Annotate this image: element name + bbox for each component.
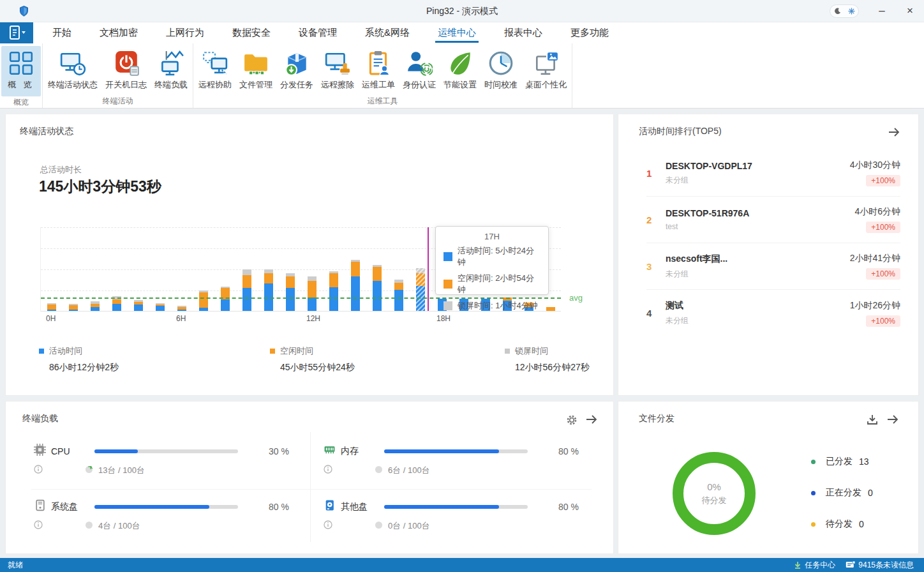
overview-button[interactable]: 概 览 <box>1 46 41 96</box>
bar-segment <box>264 269 273 273</box>
info-icon[interactable] <box>34 520 43 532</box>
load-row-main: 系统盘80 % <box>34 499 302 514</box>
chart-bar-1h[interactable] <box>69 304 78 311</box>
chart-legend-item: 空闲时间45小时55分钟24秒 <box>270 345 355 373</box>
monitor-chart-button[interactable]: 终端负载 <box>151 46 191 92</box>
ribbon-group-label: 终端活动 <box>44 95 191 108</box>
chart-bar-9h[interactable] <box>242 269 251 311</box>
legend-label: 空闲时间 <box>270 345 355 357</box>
chart-bar-12h[interactable] <box>308 276 317 311</box>
ribbon-tab[interactable]: 更多功能 <box>556 22 623 43</box>
close-button[interactable]: × <box>896 0 924 22</box>
terminal-dot-icon <box>375 520 383 532</box>
file-distribution-panel: 文件分发 0% 待分发 已分发13正在分发0待分发0 <box>618 401 919 554</box>
load-label: 系统盘 <box>51 501 88 513</box>
chart-bar-15h[interactable] <box>373 265 382 311</box>
legend-label: 已分发 <box>826 456 853 467</box>
folder-button[interactable]: 文件管理 <box>235 46 276 92</box>
ranking-row[interactable]: 2DESKTOP-51R976Atest4小时6分钟+100% <box>646 197 900 243</box>
terminal-group: test <box>666 222 854 231</box>
chart-bar-11h[interactable] <box>286 273 295 311</box>
dispatch-box-button[interactable]: 分发任务 <box>276 46 317 92</box>
ribbon-tab[interactable]: 开始 <box>38 22 86 43</box>
monitor-clock-button[interactable]: 终端活动状态 <box>44 46 101 92</box>
tooltip-text: 锁屏时间: 1小时4分钟 <box>458 300 538 312</box>
ribbon-tab[interactable]: 系统&网络 <box>351 22 424 43</box>
legend-text: 活动时间 <box>49 345 82 357</box>
power-log-button[interactable]: 开关机日志 <box>101 46 151 92</box>
bar-segment <box>286 273 295 276</box>
terminal-name: DESKTOP-VGDPL17 <box>666 161 850 171</box>
ribbon-tool-label: 桌面个性化 <box>525 79 567 91</box>
chart-bar-13h[interactable] <box>329 271 338 311</box>
chart-bar-0h[interactable] <box>47 303 56 311</box>
remote-assist-button[interactable]: 远程协助 <box>195 46 235 92</box>
chart-bar-23h[interactable] <box>546 307 555 311</box>
chart-bar-2h[interactable] <box>91 301 100 311</box>
bar-segment <box>221 287 230 288</box>
chart-bar-14h[interactable] <box>351 260 360 311</box>
clock-button[interactable]: 时间校准 <box>481 46 521 92</box>
legend-dot <box>811 491 816 495</box>
arrow-right-icon[interactable] <box>886 414 899 427</box>
load-percent: 80 % <box>558 502 579 512</box>
arrow-right-icon[interactable] <box>585 414 598 427</box>
legend-value: 45小时55分钟24秒 <box>280 362 355 373</box>
ribbon-tab[interactable]: 数据安全 <box>218 22 285 43</box>
bar-segment <box>91 301 100 304</box>
chart-bar-7h[interactable] <box>199 290 208 311</box>
dispatch-box-icon <box>283 49 310 78</box>
load-item-系统盘: 系统盘80 %4台 / 100台 <box>34 499 302 532</box>
ribbon-tab[interactable]: 文档加密 <box>86 22 152 43</box>
info-icon[interactable] <box>324 520 332 532</box>
chart-bar-6h[interactable] <box>177 306 186 311</box>
ribbon-tab[interactable]: 上网行为 <box>152 22 218 43</box>
sun-icon <box>848 8 855 15</box>
legend-swatch <box>443 252 452 261</box>
monitor-clock-icon <box>59 49 86 78</box>
delta-badge: +100% <box>866 268 900 280</box>
gear-icon[interactable] <box>566 414 578 428</box>
info-icon[interactable] <box>324 465 332 476</box>
ribbon-tab[interactable]: 报表中心 <box>490 22 556 43</box>
ranking-row[interactable]: 4测试未分组1小时26分钟+100% <box>646 290 900 336</box>
info-icon[interactable] <box>34 465 43 476</box>
unread-messages-button[interactable]: 9415条未读信息 <box>846 560 914 571</box>
chart-bar-5h[interactable] <box>156 303 165 311</box>
chart-bar-17h[interactable] <box>416 268 425 311</box>
panel-title: 终端活动状态 <box>20 126 73 137</box>
delta-badge: +100% <box>866 315 900 327</box>
ribbon-tab[interactable]: 设备管理 <box>285 22 351 43</box>
identity-button[interactable]: 身份认证 <box>399 46 440 92</box>
bar-segment <box>373 267 382 280</box>
chart-bar-4h[interactable] <box>134 300 143 311</box>
bar-segment <box>69 305 78 310</box>
desktop-custom-button[interactable]: 桌面个性化 <box>521 46 570 92</box>
leaf-button[interactable]: 节能设置 <box>440 46 481 92</box>
chart-bar-16h[interactable] <box>394 280 403 311</box>
activity-duration: 4小时30分钟 <box>850 160 900 171</box>
overview-icon <box>8 49 34 78</box>
download-icon[interactable] <box>866 414 879 428</box>
distribution-donut: 0% 待分发 <box>673 452 756 535</box>
arrow-right-icon[interactable] <box>888 127 900 140</box>
main-menu-button[interactable] <box>0 22 33 43</box>
total-activity-label: 总活动时长 <box>40 164 82 176</box>
folder-icon <box>242 49 269 78</box>
bar-segment <box>177 307 186 310</box>
message-icon <box>846 561 855 569</box>
x-axis-tick: 18H <box>436 314 451 323</box>
task-center-button[interactable]: 任务中心 <box>794 560 835 571</box>
ribbon-tab[interactable]: 运维中心 <box>424 22 490 43</box>
ops-ticket-button[interactable]: 运维工单 <box>358 46 399 92</box>
ranking-row[interactable]: 1DESKTOP-VGDPL17未分组4小时30分钟+100% <box>646 150 900 197</box>
ribbon-tool-label: 身份认证 <box>403 79 436 91</box>
minimize-button[interactable]: – <box>868 0 896 22</box>
chart-bar-10h[interactable] <box>264 269 273 311</box>
app-window: Ping32 - 演示模式 – × 开始文档加密上网行为数据安全设备管理系统&网… <box>0 0 924 572</box>
ranking-row[interactable]: 3nsecsoft李国...未分组2小时41分钟+100% <box>646 243 900 290</box>
cpu-icon <box>34 444 46 458</box>
theme-toggle[interactable] <box>830 4 859 18</box>
bar-segment <box>373 265 382 267</box>
remote-wipe-button[interactable]: 远程擦除 <box>317 46 358 92</box>
